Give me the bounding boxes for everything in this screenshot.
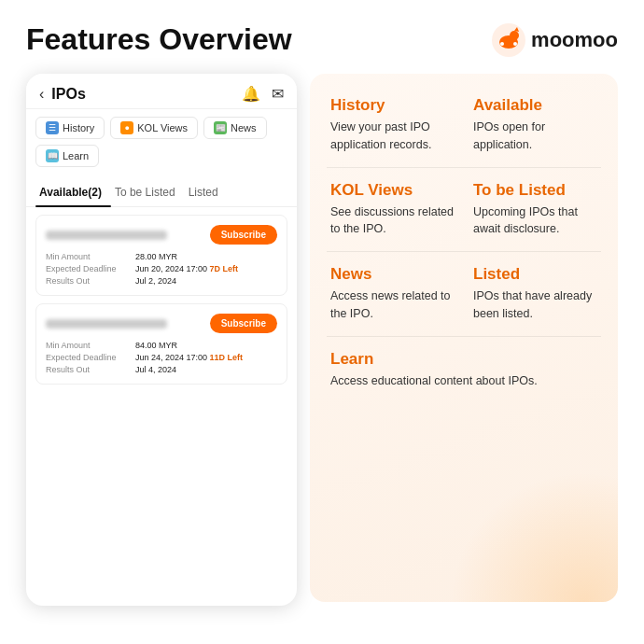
ipo-list: Subscribe Min Amount 28.00 MYR Expected … (26, 207, 297, 399)
feature-tbl-desc: Upcoming IPOs that await disclosure. (473, 203, 597, 239)
phone-header-icons: 🔔 ✉ (242, 85, 284, 103)
ipo-row-minamount-2: Min Amount 84.00 MYR (46, 341, 277, 350)
page-header: Features Overview moomoo (26, 22, 618, 57)
ipo-card-1: Subscribe Min Amount 28.00 MYR Expected … (35, 215, 287, 296)
feature-available: Available IPOs open for application. (469, 89, 601, 161)
results-value-2: Jul 4, 2024 (135, 365, 176, 374)
phone-mockup: ‹ IPOs 🔔 ✉ ☰ History ● (26, 74, 297, 606)
subscribe-button-2[interactable]: Subscribe (210, 314, 277, 333)
features-panel: History View your past IPO application r… (310, 74, 618, 602)
ipo-row-minamount-1: Min Amount 28.00 MYR (46, 252, 277, 261)
logo-text: moomoo (531, 28, 618, 52)
kol-tab-icon: ● (120, 121, 133, 134)
learn-tab-label: Learn (63, 150, 89, 161)
tab-available[interactable]: Available(2) (35, 182, 111, 206)
subscribe-button-1[interactable]: Subscribe (210, 225, 277, 245)
phone-header-left: ‹ IPOs (39, 86, 86, 103)
content-tabs: Available(2) To be Listed Listed (26, 175, 297, 207)
main-content: ‹ IPOs 🔔 ✉ ☰ History ● (26, 74, 618, 602)
feature-news-desc: Access news related to the IPO. (330, 287, 455, 323)
ipo-card-1-header: Subscribe (46, 225, 277, 245)
results-label-2: Results Out (46, 365, 130, 374)
min-amount-value-1: 28.00 MYR (135, 252, 177, 261)
feature-history-title: History (330, 96, 455, 115)
kol-tab-label: KOL Views (137, 122, 188, 133)
feature-tbl-title: To be Listed (473, 181, 597, 200)
feature-kol-views: KOL Views See discussions related to the… (327, 174, 458, 246)
ipo-row-results-2: Results Out Jul 4, 2024 (46, 365, 277, 374)
feature-listed: Listed IPOs that have already been liste… (469, 258, 601, 330)
feature-listed-title: Listed (473, 265, 597, 284)
news-tab-icon: 📰 (214, 121, 227, 134)
phone-app-title: IPOs (51, 86, 85, 103)
feature-news-title: News (330, 265, 455, 284)
nav-tab-learn[interactable]: 📖 Learn (35, 145, 99, 167)
page-title: Features Overview (26, 22, 292, 57)
nav-tab-news[interactable]: 📰 News (203, 117, 267, 139)
min-amount-label-2: Min Amount (46, 341, 130, 350)
results-label-1: Results Out (46, 276, 130, 286)
feature-history-desc: View your past IPO application records. (330, 119, 455, 154)
feature-to-be-listed: To be Listed Upcoming IPOs that await di… (469, 174, 601, 246)
moomoo-logo-icon (492, 23, 525, 57)
notification-icon[interactable]: 🔔 (242, 85, 260, 103)
svg-point-2 (510, 31, 519, 40)
news-tab-label: News (231, 122, 257, 133)
ipo-card-2-header: Subscribe (46, 314, 277, 333)
feature-history: History View your past IPO application r… (327, 89, 458, 161)
deadline-value-2: Jun 24, 2024 17:00 11D Left (135, 353, 243, 362)
feature-news: News Access news related to the IPO. (327, 258, 458, 330)
learn-tab-icon: 📖 (46, 149, 59, 162)
tab-listed[interactable]: Listed (185, 182, 228, 206)
feature-kol-desc: See discussions related to the IPO. (330, 203, 455, 239)
svg-point-4 (500, 42, 504, 46)
ipo-card-2-details: Min Amount 84.00 MYR Expected Deadline J… (46, 341, 277, 374)
ipo-row-deadline-2: Expected Deadline Jun 24, 2024 17:00 11D… (46, 353, 277, 362)
feature-learn: Learn Access educational content about I… (327, 343, 601, 398)
mail-icon[interactable]: ✉ (272, 85, 284, 103)
tab-to-be-listed[interactable]: To be Listed (111, 182, 185, 206)
ipo-card-2: Subscribe Min Amount 84.00 MYR Expected … (35, 303, 287, 385)
ipo-row-results-1: Results Out Jul 2, 2024 (46, 276, 277, 286)
phone-nav-tabs: ☰ History ● KOL Views 📰 News 📖 Learn (26, 109, 297, 175)
feature-listed-desc: IPOs that have already been listed. (473, 287, 597, 323)
feature-available-desc: IPOs open for application. (473, 119, 597, 154)
divider-2 (327, 251, 601, 252)
phone-app-header: ‹ IPOs 🔔 ✉ (26, 74, 297, 109)
ipo-card-1-details: Min Amount 28.00 MYR Expected Deadline J… (46, 252, 277, 286)
deadline-value-1: Jun 20, 2024 17:00 7D Left (135, 264, 238, 273)
page-container: Features Overview moomoo (0, 0, 644, 644)
results-value-1: Jul 2, 2024 (135, 276, 176, 286)
deadline-label-1: Expected Deadline (46, 264, 130, 273)
back-icon[interactable]: ‹ (39, 86, 44, 103)
feature-available-title: Available (473, 96, 597, 115)
divider-3 (327, 336, 601, 337)
ipo-name-1-blurred (46, 231, 167, 240)
min-amount-label-1: Min Amount (46, 252, 130, 261)
feature-learn-desc: Access educational content about IPOs. (330, 372, 597, 390)
deadline-label-2: Expected Deadline (46, 353, 130, 362)
nav-tab-kol[interactable]: ● KOL Views (110, 117, 198, 139)
min-amount-value-2: 84.00 MYR (135, 341, 177, 350)
feature-learn-title: Learn (330, 350, 597, 369)
ipo-name-2-blurred (46, 319, 167, 329)
divider-1 (327, 167, 601, 168)
ipo-row-deadline-1: Expected Deadline Jun 20, 2024 17:00 7D … (46, 264, 277, 273)
feature-kol-title: KOL Views (330, 181, 455, 200)
history-tab-label: History (63, 122, 94, 133)
svg-point-5 (513, 42, 517, 46)
nav-tab-history[interactable]: ☰ History (35, 117, 105, 139)
logo: moomoo (492, 23, 618, 57)
history-tab-icon: ☰ (46, 121, 59, 134)
